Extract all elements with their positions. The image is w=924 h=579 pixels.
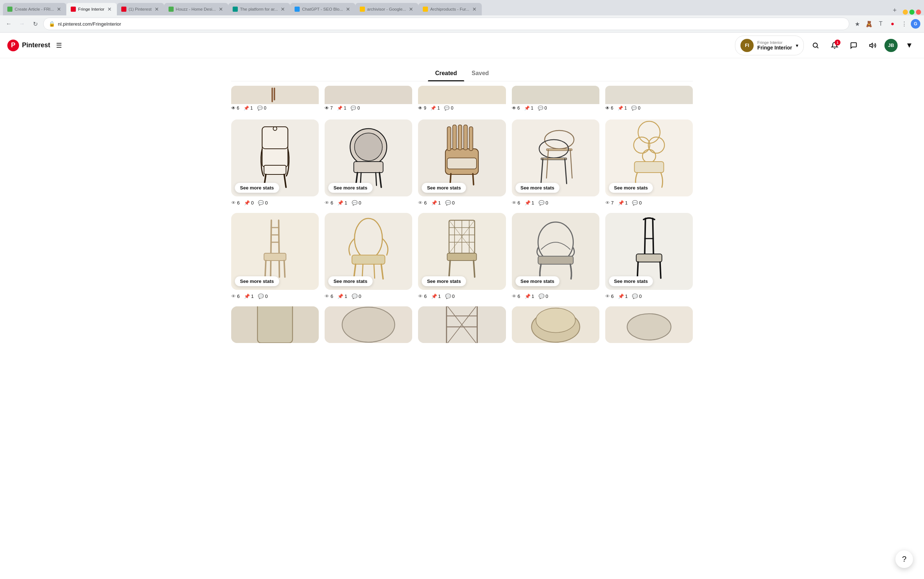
extensions-icon[interactable]: 🧸 <box>864 19 874 29</box>
user-profile-button[interactable]: JB <box>885 39 898 52</box>
pinterest-app: P Pinterest ☰ FI Fringe Interior Fringe … <box>0 33 924 579</box>
see-more-stats-2[interactable]: See more stats <box>328 183 372 193</box>
see-more-stats-4[interactable]: See more stats <box>516 183 560 193</box>
tab-close-icon[interactable]: ✕ <box>56 5 62 13</box>
svg-marker-2 <box>870 43 873 47</box>
svg-rect-74 <box>258 306 293 343</box>
updates-button[interactable] <box>865 38 880 53</box>
tab-pinterest-main[interactable]: (1) Pinterest ✕ <box>117 3 164 15</box>
see-more-stats-1[interactable]: See more stats <box>235 183 279 193</box>
help-button[interactable]: ? <box>895 550 913 568</box>
tab-archiproducts[interactable]: Archiproducts - Fur... ✕ <box>418 3 482 15</box>
svg-rect-30 <box>541 158 566 160</box>
profile-dropdown-button[interactable]: ▼ <box>902 38 917 53</box>
search-button[interactable] <box>808 38 823 53</box>
see-more-stats-10[interactable]: See more stats <box>609 276 653 286</box>
see-more-stats-9[interactable]: See more stats <box>516 276 560 286</box>
svg-point-27 <box>544 131 574 149</box>
svg-line-1 <box>817 47 818 48</box>
svg-rect-3 <box>271 88 273 102</box>
svg-rect-49 <box>352 255 385 264</box>
tab-houzz[interactable]: Houzz - Home Desi... ✕ <box>164 3 228 15</box>
notifications-button[interactable]: 1 <box>827 38 842 53</box>
hamburger-menu[interactable]: ☰ <box>56 41 62 49</box>
svg-rect-22 <box>464 125 467 150</box>
more-button[interactable]: ⋮ <box>899 19 909 29</box>
back-button[interactable]: ← <box>4 19 14 29</box>
svg-rect-71 <box>636 254 662 262</box>
stats-card-5: 👁 7 📌 1 💬 0 <box>605 198 693 207</box>
pin-card-3[interactable]: See more stats <box>418 119 506 196</box>
reload-button[interactable]: ↻ <box>30 19 40 29</box>
svg-line-34 <box>570 150 572 178</box>
pinterest-ext-icon[interactable]: ● <box>887 19 898 29</box>
pin-card-6[interactable]: See more stats <box>231 213 319 290</box>
see-more-stats-7[interactable]: See more stats <box>328 276 372 286</box>
tab-close-icon[interactable]: ✕ <box>107 5 113 13</box>
svg-rect-19 <box>447 127 451 150</box>
partial-bottom-4[interactable] <box>512 306 599 343</box>
pin-card-4[interactable]: See more stats <box>512 119 599 196</box>
see-more-stats-5[interactable]: See more stats <box>609 183 653 193</box>
svg-rect-23 <box>469 127 473 150</box>
partial-card-3: 👁 9 📌 1 💬 0 <box>418 86 506 112</box>
pin-card-7[interactable]: See more stats <box>325 213 412 290</box>
new-tab-button[interactable]: + <box>890 5 900 15</box>
close-button[interactable] <box>916 10 921 15</box>
pin-card-8[interactable]: See more stats <box>418 213 506 290</box>
url-text: nl.pinterest.com/FringeInterior <box>58 21 844 27</box>
svg-point-0 <box>813 43 817 47</box>
partial-stats-1: 👁 6 📌 1 💬 0 <box>231 104 319 112</box>
pinterest-logo[interactable]: P Pinterest <box>7 39 50 51</box>
pin-card-9[interactable]: See more stats <box>512 213 599 290</box>
pin-card-10[interactable]: See more stats <box>605 213 693 290</box>
partial-bottom-1[interactable] <box>231 306 319 343</box>
svg-rect-63 <box>447 253 477 260</box>
svg-rect-67 <box>538 256 573 264</box>
comments-2: 💬 0 <box>351 106 360 111</box>
address-bar[interactable]: 🔒 nl.pinterest.com/FringeInterior <box>43 18 849 30</box>
stats-card-4: 👁 6 📌 1 💬 0 <box>512 198 599 207</box>
partial-card-1: 👁 6 📌 1 💬 0 <box>231 86 319 112</box>
tab-close-icon[interactable]: ✕ <box>408 5 414 13</box>
svg-rect-7 <box>264 165 286 175</box>
browser-profile[interactable]: G <box>911 19 920 29</box>
tab-close-icon[interactable]: ✕ <box>472 5 477 13</box>
see-more-stats-3[interactable]: See more stats <box>422 183 466 193</box>
partial-bottom-3[interactable] <box>418 306 506 343</box>
tab-pinterest-fringe[interactable]: Fringe Interior ✕ <box>66 3 117 15</box>
tab-close-icon[interactable]: ✕ <box>154 5 160 13</box>
see-more-stats-8[interactable]: See more stats <box>422 276 466 286</box>
stats-card-2: 👁 6 📌 1 💬 0 <box>325 198 412 207</box>
tab-create[interactable]: Create Article - FRI... ✕ <box>3 3 66 15</box>
messages-button[interactable] <box>846 38 861 53</box>
account-switcher[interactable]: FI Fringe Interior Fringe Interior ▾ <box>735 36 804 56</box>
tab-chatgpt[interactable]: ChatGPT - SEO Blo... ✕ <box>290 3 355 15</box>
tab-created[interactable]: Created <box>428 65 465 81</box>
tab-close-icon[interactable]: ✕ <box>280 5 286 13</box>
maximize-button[interactable] <box>909 10 914 15</box>
svg-point-75 <box>342 307 395 342</box>
bookmark-icon[interactable]: ★ <box>852 19 862 29</box>
pin-card-2[interactable]: See more stats <box>325 119 412 196</box>
partial-bottom-2[interactable] <box>325 306 412 343</box>
partial-bottom-5[interactable] <box>605 306 693 343</box>
pin-card-1[interactable]: See more stats <box>231 119 319 196</box>
translate-icon[interactable]: T <box>876 19 886 29</box>
see-more-stats-6[interactable]: See more stats <box>235 276 279 286</box>
forward-button[interactable]: → <box>17 19 27 29</box>
tab-archivisor[interactable]: archivisor - Google... ✕ <box>355 3 418 15</box>
tab-bar: Create Article - FRI... ✕ Fringe Interio… <box>0 0 924 15</box>
tab-close-icon[interactable]: ✕ <box>345 5 351 13</box>
account-avatar: FI <box>740 39 754 52</box>
tab-platform[interactable]: The platform for ar... ✕ <box>228 3 291 15</box>
svg-rect-39 <box>634 162 663 173</box>
svg-point-36 <box>633 137 650 153</box>
partial-card-4: 👁 6 📌 1 💬 0 <box>512 86 599 112</box>
tab-close-icon[interactable]: ✕ <box>218 5 224 13</box>
minimize-button[interactable] <box>903 10 908 15</box>
pin-card-5[interactable]: See more stats <box>605 119 693 196</box>
tab-saved[interactable]: Saved <box>464 65 496 81</box>
svg-point-82 <box>535 308 575 333</box>
svg-rect-45 <box>264 253 286 260</box>
